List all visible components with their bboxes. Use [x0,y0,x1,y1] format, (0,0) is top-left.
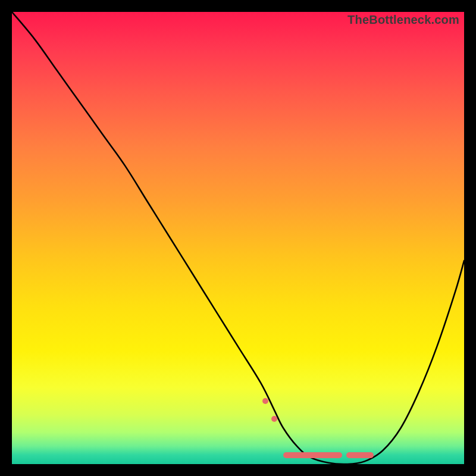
watermark-text: TheBottleneck.com [347,13,459,27]
marker-bar [283,452,342,458]
marker-dot [262,398,268,404]
chart-area: TheBottleneck.com [12,12,464,464]
marker-layer [12,12,464,464]
marker-dot [271,416,277,422]
marker-bar [346,452,374,458]
